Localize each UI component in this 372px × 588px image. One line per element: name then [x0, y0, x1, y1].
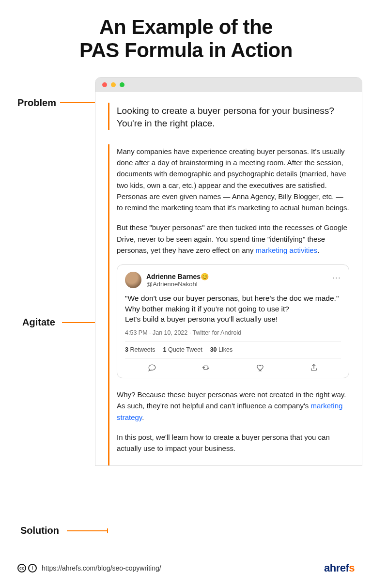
paragraph-3: Why? Because these buyer personas were n…	[117, 389, 349, 423]
source-url[interactable]: https://ahrefs.com/blog/seo-copywriting/	[42, 564, 161, 572]
cc-license-icon: cc i	[17, 564, 37, 573]
tweet-line-3: Let's build a buyer persona you'll actua…	[125, 314, 341, 325]
footer: cc i https://ahrefs.com/blog/seo-copywri…	[17, 562, 355, 574]
retweets-stat[interactable]: 3 Retweets	[125, 346, 155, 353]
tweet-timestamp: 4:53 PM · Jan 10, 2022 · Twitter for And…	[125, 329, 341, 336]
paragraph-1: Many companies have experience creating …	[117, 146, 349, 214]
browser-window: Looking to create a buyer persona for yo…	[95, 77, 362, 466]
likes-stat[interactable]: 30 Likes	[210, 346, 233, 353]
title-line-1: An Example of the	[17, 15, 355, 39]
tweet-text: "We don't use our buyer personas, but he…	[125, 293, 341, 325]
tweet-author-name: Adrienne Barnes	[146, 273, 201, 280]
embedded-tweet: Adrienne Barnes😊 @AdrienneNakohl ··· "We…	[117, 264, 349, 378]
marketing-activities-link[interactable]: marketing activities	[256, 246, 318, 254]
paragraph-2-b: .	[317, 246, 319, 254]
ahrefs-logo: ahrefs	[324, 562, 355, 574]
connector-solution	[67, 530, 108, 531]
tweet-line-1: "We don't use our buyer personas, but he…	[125, 293, 341, 304]
brand-suffix: s	[349, 562, 355, 574]
close-icon[interactable]	[102, 82, 107, 87]
brand-prefix: ahref	[324, 562, 349, 574]
like-icon[interactable]	[256, 363, 264, 372]
paragraph-4: In this post, we'll learn how to create …	[117, 432, 349, 454]
minimize-icon[interactable]	[111, 82, 116, 87]
window-titlebar	[95, 77, 362, 92]
tweet-author-handle: @AdrienneNakohl	[146, 280, 209, 288]
highlight-bar-agitate	[108, 144, 109, 466]
title-line-2: PAS Formula in Action	[17, 39, 355, 62]
lead-paragraph: Looking to create a buyer persona for yo…	[117, 105, 349, 130]
paragraph-2: But these "buyer personas" are then tuck…	[117, 222, 349, 256]
label-agitate: Agitate	[22, 317, 55, 328]
tweet-user[interactable]: Adrienne Barnes😊 @AdrienneNakohl	[146, 273, 209, 288]
tweet-header: Adrienne Barnes😊 @AdrienneNakohl ···	[125, 272, 341, 288]
cc-icon: cc	[17, 564, 26, 573]
avatar[interactable]	[125, 272, 141, 288]
cc-by-icon: i	[28, 564, 37, 573]
page-title: An Example of the PAS Formula in Action	[17, 15, 355, 62]
tweet-author-emoji: 😊	[201, 273, 209, 280]
tweet-line-2: Why bother making it if you're not going…	[125, 304, 341, 314]
label-solution-text: Solution	[20, 525, 59, 536]
paragraph-3-b: .	[142, 413, 144, 421]
window-body: Looking to create a buyer persona for yo…	[95, 92, 362, 466]
label-problem: Problem	[17, 97, 56, 108]
reply-icon[interactable]	[148, 363, 156, 372]
retweet-icon[interactable]	[202, 363, 210, 372]
tweet-stats: 3 Retweets 1 Quote Tweet 30 Likes	[125, 341, 341, 358]
label-solution: Solution	[20, 525, 59, 536]
highlight-bar-problem	[108, 103, 109, 130]
label-agitate-text: Agitate	[22, 317, 55, 328]
tweet-actions	[125, 358, 341, 378]
share-icon[interactable]	[310, 363, 318, 372]
zoom-icon[interactable]	[120, 82, 124, 87]
quotes-stat[interactable]: 1 Quote Tweet	[163, 346, 202, 353]
label-problem-text: Problem	[17, 97, 56, 108]
tweet-menu-icon[interactable]: ···	[332, 273, 341, 283]
